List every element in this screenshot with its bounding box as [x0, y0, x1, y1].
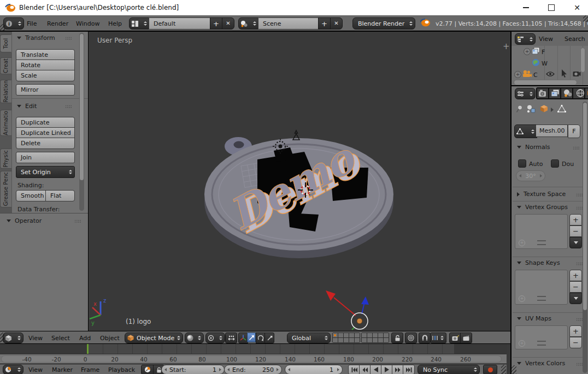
tab-grease-pencil[interactable]: Grease Penc [0, 171, 11, 207]
tab-render-layers-icon[interactable] [551, 89, 560, 97]
render-engine-select[interactable]: Blender Render [352, 17, 415, 29]
panel-header-uv-maps[interactable]: UV Maps [517, 316, 551, 322]
viewport-shading-select[interactable] [185, 333, 204, 343]
menu-object[interactable]: Object [100, 335, 120, 341]
tab-physics[interactable]: Physic [0, 149, 11, 169]
screen-layout-add-button[interactable]: + [210, 17, 222, 29]
auto-smooth-angle-field[interactable]: 30° [516, 170, 545, 181]
pivot-point-select[interactable] [205, 333, 225, 343]
scale-button[interactable]: Scale [16, 70, 75, 81]
editor-type-outliner-button[interactable] [515, 33, 536, 45]
set-origin-select[interactable]: Set Origin [16, 166, 75, 178]
list-add-icon[interactable]: + [519, 240, 525, 246]
tab-tools[interactable]: Tool [0, 34, 11, 52]
scene-delete-button[interactable]: ✕ [330, 17, 343, 29]
fake-user-button[interactable]: F [568, 124, 580, 138]
panel-header-vertex-colors[interactable]: Vertex Colors [517, 360, 565, 366]
editor-type-timeline-button[interactable] [3, 365, 23, 374]
menu-help[interactable]: Help [108, 21, 122, 27]
properties-scrollbar-thumb[interactable] [583, 103, 587, 310]
menu-playback[interactable]: Playback [108, 367, 135, 373]
list-resize-grip[interactable] [537, 341, 546, 346]
timeline-canvas[interactable] [0, 344, 507, 354]
vertex-group-specials-button[interactable] [569, 237, 582, 248]
menu-window[interactable]: Window [76, 21, 99, 27]
tab-relations[interactable]: Relation [0, 80, 11, 103]
timeline-hscrollbar[interactable] [1, 355, 502, 363]
snap-toggle-button[interactable] [419, 333, 431, 343]
maximize-button[interactable] [542, 0, 561, 15]
scene-browse-button[interactable] [238, 17, 259, 29]
editor-type-properties-button[interactable] [515, 88, 536, 99]
delete-button[interactable]: Delete [16, 138, 75, 149]
panel-header-texture-space[interactable]: Texture Space [517, 191, 566, 197]
breadcrumb-object-icon[interactable] [540, 105, 548, 112]
join-button[interactable]: Join [16, 152, 75, 163]
editor-type-3dview-button[interactable] [3, 333, 23, 343]
record-button[interactable] [483, 365, 497, 374]
shape-key-specials-button[interactable] [569, 293, 582, 304]
pin-icon[interactable] [516, 105, 523, 113]
duplicate-button[interactable]: Duplicate [16, 117, 75, 128]
outliner-item-label[interactable]: F [542, 49, 545, 55]
layers-widget-1[interactable] [332, 333, 360, 343]
object-data-browse-icon[interactable] [526, 104, 536, 113]
double-sided-checkbox[interactable] [551, 159, 559, 168]
shade-flat-button[interactable]: Flat [45, 190, 75, 201]
jump-prev-keyframe-button[interactable] [359, 365, 371, 374]
breadcrumb-meshdata-icon[interactable] [557, 105, 566, 112]
jump-next-keyframe-button[interactable] [392, 365, 404, 374]
render-opengl-anim-button[interactable] [460, 333, 472, 343]
menu-file[interactable]: File [27, 21, 37, 27]
corner-widget[interactable] [0, 24, 5, 31]
current-frame-field[interactable]: 1 [285, 365, 343, 374]
mesh-name-field[interactable]: Mesh.00 [536, 124, 568, 137]
panel-header-edit[interactable]: Edit [17, 103, 37, 109]
manipulator-translate-button[interactable] [247, 333, 256, 342]
minimize-button[interactable] [516, 0, 535, 15]
cursor-arrow-icon[interactable] [561, 69, 567, 78]
shade-smooth-button[interactable]: Smooth [16, 190, 46, 201]
vertex-groups-list[interactable]: + [515, 214, 568, 249]
corner-widget[interactable] [501, 365, 506, 374]
screen-layout-name-field[interactable]: Default [149, 17, 211, 29]
screen-layout-browse-button[interactable] [129, 17, 150, 29]
translate-button[interactable]: Translate [16, 49, 75, 61]
outliner-expand-renderlayers[interactable]: + [524, 48, 531, 55]
lock-to-scene-button[interactable] [391, 333, 403, 343]
outliner-item-label[interactable]: C [533, 72, 538, 78]
menu-view[interactable]: View [28, 367, 43, 373]
rotate-button[interactable]: Rotate [16, 60, 75, 71]
list-add-icon[interactable]: + [519, 295, 525, 302]
manipulator-scale-button[interactable] [264, 333, 274, 343]
outliner-hscrollbar[interactable] [514, 80, 577, 85]
play-reverse-button[interactable] [370, 365, 382, 374]
scene-add-button[interactable]: + [318, 17, 331, 29]
auto-smooth-checkbox[interactable] [518, 159, 526, 168]
proportional-edit-button[interactable] [405, 333, 417, 343]
outliner-vscrollbar[interactable] [580, 48, 585, 73]
menu-select[interactable]: Select [51, 335, 70, 341]
menu-frame[interactable]: Frame [81, 367, 99, 373]
corner-widget[interactable] [511, 365, 516, 374]
uv-map-add-button[interactable]: + [569, 325, 582, 337]
tab-render-icon[interactable] [538, 89, 548, 97]
keychain-model[interactable]: Demo Demo [204, 130, 393, 258]
tab-scene-icon[interactable] [563, 89, 572, 97]
menu-view[interactable]: View [539, 36, 553, 42]
layers-widget-2[interactable] [361, 333, 389, 343]
render-opengl-button[interactable] [449, 333, 461, 343]
list-add-icon[interactable]: + [519, 340, 525, 347]
panel-header-vertex-groups[interactable]: Vertex Groups [517, 204, 568, 210]
menu-add[interactable]: Add [79, 335, 91, 341]
translate-manipulator[interactable] [326, 290, 369, 330]
uv-map-remove-button[interactable]: − [569, 337, 582, 348]
play-button[interactable] [381, 365, 393, 374]
manipulator-toggle-button[interactable] [225, 333, 237, 343]
tab-world-icon[interactable] [576, 89, 585, 97]
list-resize-grip[interactable] [537, 240, 546, 245]
scene-name-field[interactable]: Scene [258, 17, 319, 29]
viewport-3d[interactable]: Demo Demo z x y User Persp (1) logo [88, 32, 510, 331]
toolshelf-scrollbar-thumb[interactable] [80, 34, 84, 180]
frame-end-field[interactable]: End: 250 [224, 365, 282, 374]
